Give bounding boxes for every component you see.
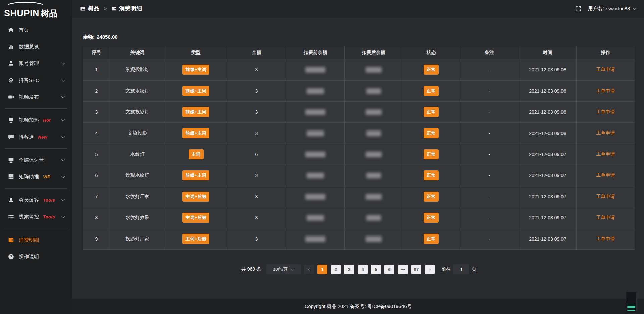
cell-amount: 3 <box>227 102 286 123</box>
status-badge: 正常 <box>424 128 439 138</box>
fullscreen-icon[interactable] <box>575 6 581 12</box>
sidebar-nav: 首页 数据总览 账号管理 抖音SEO 视频发布 <box>0 21 72 265</box>
sidebar-item-member-burst[interactable]: 会员爆客 Tools <box>0 192 72 208</box>
consumption-table: 序号 关键词 类型 金额 扣费前余额 扣费后余额 状态 备注 时间 操作 1 景… <box>83 46 635 250</box>
work-order-link[interactable]: 工单申请 <box>596 215 615 220</box>
sidebar-divider <box>5 108 67 109</box>
cell-keyword: 文旅水纹灯 <box>110 81 165 102</box>
page-button-1[interactable]: 1 <box>317 265 327 274</box>
cell-time: 2021-12-03 09:08 <box>519 81 577 102</box>
breadcrumb-home[interactable]: 树品 <box>88 5 99 12</box>
cell-index: 7 <box>83 186 110 207</box>
pagination: 共 969 条 10条/页 1 2 3 4 5 6 ••• 97 前往 页 <box>83 264 635 274</box>
col-time: 时间 <box>519 46 577 59</box>
wallet-icon <box>111 6 117 11</box>
sidebar-item-data-overview[interactable]: 数据总览 <box>0 38 72 55</box>
goto-page-input[interactable] <box>453 264 469 274</box>
status-badge: 正常 <box>424 234 439 244</box>
bar-chart-icon <box>8 44 14 50</box>
sidebar-item-home[interactable]: 首页 <box>0 21 72 38</box>
home-icon <box>8 27 14 33</box>
chevron-down-icon <box>61 61 65 65</box>
cell-index: 1 <box>83 59 110 81</box>
chevron-down-icon <box>61 95 65 98</box>
cell-keyword: 文旅投影 <box>110 123 165 144</box>
cell-remark: - <box>460 123 519 144</box>
sidebar-item-consumption-detail[interactable]: 消费明细 <box>0 231 72 248</box>
sidebar-item-douketong[interactable]: 抖客通 New <box>0 128 72 145</box>
work-order-link[interactable]: 工单申请 <box>596 194 615 199</box>
sidebar-item-matrix-boost[interactable]: 矩阵助推 VIP <box>0 168 72 185</box>
sidebar-item-label: 数据总览 <box>19 44 39 50</box>
chevron-down-icon <box>61 198 65 201</box>
cell-amount: 3 <box>227 207 286 228</box>
page-button-2[interactable]: 2 <box>331 265 341 274</box>
work-order-link[interactable]: 工单申请 <box>596 88 615 93</box>
wallet-icon <box>8 237 14 243</box>
sidebar-divider <box>5 148 67 149</box>
status-badge: 正常 <box>424 86 439 96</box>
breadcrumb-current: 消费明细 <box>119 5 142 12</box>
cell-time: 2021-12-03 09:07 <box>519 228 577 250</box>
cell-keyword: 水纹灯厂家 <box>110 186 165 207</box>
sidebar-item-label: 抖音SEO <box>19 77 40 84</box>
work-order-link[interactable]: 工单申请 <box>596 109 615 114</box>
monitor-icon <box>8 157 14 163</box>
cell-index: 2 <box>83 81 110 102</box>
cell-index: 6 <box>83 165 110 186</box>
sidebar-item-video-publish[interactable]: 视频发布 <box>0 89 72 105</box>
page-button-3[interactable]: 3 <box>344 265 354 274</box>
sidebar-item-label: 会员爆客 <box>19 197 39 203</box>
cell-time: 2021-12-03 09:07 <box>519 207 577 228</box>
sidebar-item-account-mgmt[interactable]: 账号管理 <box>0 55 72 72</box>
cell-remark: - <box>460 207 519 228</box>
sidebar-item-label: 操作说明 <box>19 254 39 260</box>
cell-amount: 3 <box>227 59 286 81</box>
sidebar-item-label: 首页 <box>19 27 29 33</box>
chevron-down-icon <box>633 6 636 10</box>
table-row: 6 景观水纹灯 前缀+主词 3 正常 - 2021-12-03 09:07 工单… <box>83 165 635 186</box>
cell-amount: 3 <box>227 81 286 102</box>
page-button-97[interactable]: 97 <box>411 265 421 274</box>
logo-arc-decoration <box>5 2 46 12</box>
goto-label: 前往 <box>441 266 451 272</box>
work-order-link[interactable]: 工单申请 <box>596 67 615 72</box>
masked-before-balance <box>307 130 324 136</box>
next-page-button[interactable] <box>425 265 435 274</box>
page-button-5[interactable]: 5 <box>371 265 381 274</box>
work-order-link[interactable]: 工单申请 <box>596 236 615 241</box>
chevron-down-icon <box>291 267 295 271</box>
type-badge: 主词+后缀 <box>182 192 209 202</box>
page-button-4[interactable]: 4 <box>358 265 368 274</box>
cell-keyword: 水纹灯效果 <box>110 207 165 228</box>
tools-badge: Tools <box>43 214 55 219</box>
status-badge: 正常 <box>424 149 439 159</box>
user-menu[interactable]: 用户名: zswodun88 <box>588 5 635 12</box>
chevron-down-icon <box>61 174 65 178</box>
sidebar-item-label: 视频发布 <box>19 94 39 100</box>
sidebar-item-douyin-seo[interactable]: 抖音SEO <box>0 72 72 89</box>
video-icon <box>8 94 14 100</box>
balance-label: 余额: <box>83 34 95 40</box>
cell-time: 2021-12-03 09:08 <box>519 123 577 144</box>
sidebar-item-omnimedia[interactable]: 全媒体运营 <box>0 152 72 168</box>
chevron-right-icon <box>428 268 431 271</box>
cell-index: 5 <box>83 144 110 165</box>
cell-index: 8 <box>83 207 110 228</box>
cell-remark: - <box>460 102 519 123</box>
cell-keyword: 投影灯厂家 <box>110 228 165 250</box>
page-size-value: 10条/页 <box>273 266 288 272</box>
work-order-link[interactable]: 工单申请 <box>596 151 615 157</box>
question-icon: ? <box>8 254 14 260</box>
sidebar-item-lead-monitor[interactable]: 线索监控 Tools <box>0 208 72 225</box>
work-order-link[interactable]: 工单申请 <box>596 172 615 178</box>
page-size-select[interactable]: 10条/页 <box>266 264 301 274</box>
page-button-6[interactable]: 6 <box>384 265 394 274</box>
sidebar-item-instructions[interactable]: ? 操作说明 <box>0 248 72 265</box>
work-order-link[interactable]: 工单申请 <box>596 130 615 136</box>
page-ellipsis-button[interactable]: ••• <box>398 265 408 274</box>
sidebar-item-video-heat[interactable]: 视频加热 Hot <box>0 112 72 128</box>
prev-page-button[interactable] <box>304 265 314 274</box>
site-icon <box>80 6 86 11</box>
gear-icon <box>8 77 14 83</box>
